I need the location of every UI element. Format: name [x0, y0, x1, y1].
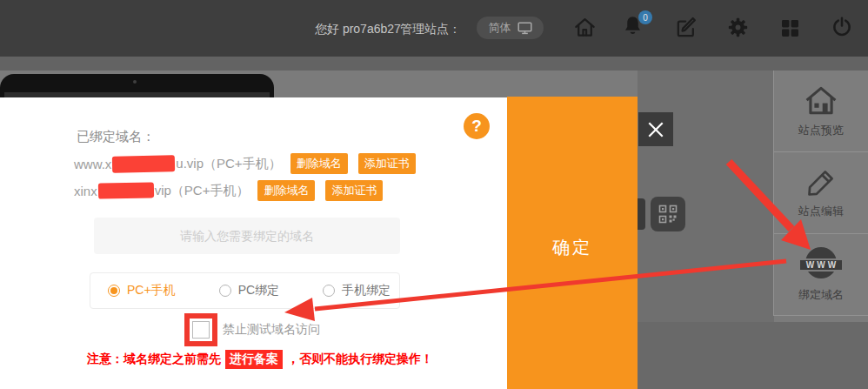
language-label: 简体: [489, 20, 511, 36]
monitor-icon: [517, 22, 532, 35]
notifications-bell-icon[interactable]: 0: [621, 14, 644, 39]
binding-note: 注意：域名绑定之前需先 进行备案 ，否则不能执行绑定操作！: [87, 350, 433, 369]
bound-domains-label: 已绑定域名：: [77, 129, 155, 145]
bind-type-radio-group: PC+手机 PC绑定 手机绑定: [90, 272, 400, 309]
red-highlight-frame: [184, 313, 217, 346]
sidebar-item-site-preview[interactable]: 站点预览: [774, 70, 868, 152]
radio-mobile-bind[interactable]: 手机绑定: [323, 283, 391, 298]
top-header-bar: 您好 pro7a6b27 管理站点： 简体 0: [0, 0, 868, 57]
add-certificate-button[interactable]: 添加证书: [325, 180, 383, 201]
bound-domain-row: xinx vip（PC+手机） 删除域名 添加证书: [74, 180, 383, 201]
red-scribble-redaction: [98, 182, 154, 198]
user-greeting: 您好 pro7a6b27: [315, 22, 401, 37]
www-globe-band: WWW: [800, 258, 842, 272]
power-logout-icon[interactable]: [831, 16, 853, 38]
radio-dot: [108, 285, 120, 297]
sidebar-label: 站点预览: [798, 123, 844, 138]
radio-pc-bind[interactable]: PC绑定: [219, 283, 279, 298]
red-scribble-redaction: [112, 155, 175, 173]
edit-compose-icon[interactable]: [675, 16, 698, 39]
language-switch-button[interactable]: 简体: [477, 17, 544, 39]
add-certificate-button[interactable]: 添加证书: [358, 153, 416, 174]
settings-gear-icon[interactable]: [726, 16, 750, 39]
manage-site-label: 管理站点：: [400, 22, 461, 37]
dimmed-footer-region: [638, 322, 868, 389]
note-suffix: ，否则不能执行绑定操作！: [287, 352, 433, 367]
filing-record-link[interactable]: 进行备案: [225, 350, 283, 369]
delete-domain-button[interactable]: 删除域名: [257, 180, 315, 201]
notification-badge: 0: [638, 10, 652, 24]
confirm-button[interactable]: 确定: [507, 97, 638, 389]
disable-test-domain-checkbox[interactable]: [192, 321, 210, 339]
sidebar-item-bind-domain[interactable]: WWW 绑定域名: [774, 234, 868, 316]
help-button[interactable]: ?: [464, 113, 490, 139]
www-globe-icon: WWW: [800, 247, 842, 282]
site-preview-home-icon: [803, 84, 839, 117]
dimmed-subheader-band: [0, 57, 868, 70]
radio-label: PC绑定: [238, 283, 279, 298]
qr-code-button[interactable]: [651, 197, 685, 231]
hidden-button-edge: [638, 198, 645, 230]
domain-text-suffix: u.vip（PC+手机）: [176, 156, 281, 172]
radio-dot: [219, 285, 231, 297]
delete-domain-button[interactable]: 删除域名: [290, 153, 348, 174]
domain-text-suffix: vip（PC+手机）: [155, 183, 250, 199]
confirm-label: 确定: [507, 236, 638, 259]
close-button[interactable]: [638, 112, 673, 146]
app-screen: 您好 pro7a6b27 管理站点： 简体 0: [0, 0, 868, 389]
domain-text-prefix: xinx: [74, 184, 97, 198]
radio-label: PC+手机: [127, 283, 176, 298]
domain-input[interactable]: [94, 218, 400, 254]
home-icon[interactable]: [573, 16, 597, 39]
disable-test-domain-label: 禁止测试域名访问: [223, 322, 320, 338]
bound-domain-row: www.x u.vip（PC+手机） 删除域名 添加证书: [74, 153, 416, 174]
radio-dot: [323, 285, 335, 297]
sidebar-label: 绑定域名: [798, 287, 844, 303]
site-edit-pencil-icon: [805, 167, 837, 198]
qr-code-icon: [658, 205, 678, 224]
bind-domain-dialog: ? 已绑定域名： www.x u.vip（PC+手机） 删除域名 添加证书 xi…: [0, 97, 507, 389]
action-sidebar: 站点预览 站点编辑 WWW 绑定域名: [773, 70, 868, 316]
sidebar-label: 站点编辑: [798, 204, 844, 219]
apps-grid-icon[interactable]: [779, 17, 800, 38]
radio-pc-and-mobile[interactable]: PC+手机: [108, 283, 176, 298]
sidebar-item-site-edit[interactable]: 站点编辑: [774, 152, 868, 234]
close-icon: [646, 120, 665, 139]
domain-text-prefix: www.x: [74, 157, 111, 171]
laptop-camera-dot: [133, 80, 137, 84]
laptop-preview-image: [0, 74, 274, 97]
radio-label: 手机绑定: [342, 283, 391, 298]
note-prefix: 注意：域名绑定之前需先: [87, 352, 221, 367]
